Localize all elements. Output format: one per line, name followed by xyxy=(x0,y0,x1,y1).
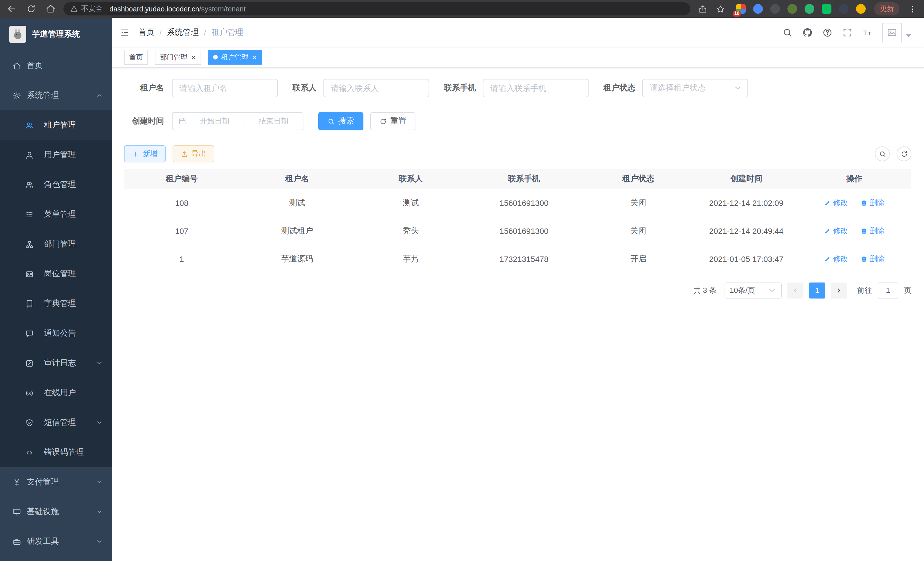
back-icon[interactable] xyxy=(7,4,16,14)
tenant-status-select[interactable]: 请选择租户状态 xyxy=(642,79,748,97)
org-tree-icon xyxy=(25,240,34,248)
mobile-input[interactable] xyxy=(483,79,589,97)
book-icon xyxy=(25,299,34,308)
star-icon[interactable] xyxy=(716,4,725,14)
search-icon[interactable] xyxy=(782,27,793,38)
sidebar-item-menu-management[interactable]: 菜单管理 xyxy=(0,200,112,229)
extension-icon-7[interactable] xyxy=(839,4,849,14)
extension-icon-2[interactable] xyxy=(753,4,763,14)
sidebar-item-post-management[interactable]: 岗位管理 xyxy=(0,259,112,289)
user-avatar[interactable] xyxy=(882,23,914,42)
delete-button[interactable]: 删除 xyxy=(861,198,885,208)
filter-contact: 联系人 xyxy=(292,79,429,97)
people-icon xyxy=(25,180,34,189)
tag-label: 首页 xyxy=(129,52,143,62)
close-icon[interactable] xyxy=(252,55,257,60)
delete-button[interactable]: 删除 xyxy=(861,254,885,264)
sidebar-item-tenant-management[interactable]: 租户管理 xyxy=(0,110,112,140)
sidebar-item-user-management[interactable]: 用户管理 xyxy=(0,140,112,170)
sidebar-item-payment[interactable]: 支付管理 xyxy=(0,467,112,497)
edit-button[interactable]: 修改 xyxy=(824,254,848,264)
user-icon xyxy=(25,151,34,159)
extension-icon-5[interactable] xyxy=(805,4,814,14)
tag-dept-management[interactable]: 部门管理 xyxy=(155,50,201,65)
chevron-down-icon xyxy=(96,360,103,367)
sidebar-item-infrastructure[interactable]: 基础设施 xyxy=(0,497,112,527)
filter-mobile: 联系手机 xyxy=(444,79,589,97)
next-page-button[interactable] xyxy=(831,282,847,298)
refresh-table-button[interactable] xyxy=(897,146,911,161)
extension-icon-6[interactable] xyxy=(822,4,831,14)
edit-button[interactable]: 修改 xyxy=(824,226,848,236)
sidebar-item-home[interactable]: 首页 xyxy=(0,51,112,81)
sidebar-item-online-users[interactable]: 在线用户 xyxy=(0,378,112,408)
cell-created: 2021-01-05 17:03:47 xyxy=(695,245,797,273)
breadcrumb-home[interactable]: 首页 xyxy=(138,27,154,38)
sidebar-item-dept-management[interactable]: 部门管理 xyxy=(0,229,112,259)
extension-icon-4[interactable] xyxy=(788,4,797,14)
cell-mobile: 15601691300 xyxy=(467,217,581,245)
edit-icon xyxy=(824,199,831,206)
share-icon[interactable] xyxy=(698,4,707,14)
breadcrumb-system[interactable]: 系统管理 xyxy=(167,27,199,38)
tag-tenant-management[interactable]: 租户管理 xyxy=(208,50,262,65)
browser-update-button[interactable]: 更新 xyxy=(874,2,899,15)
plus-icon xyxy=(132,150,140,158)
create-time-range-picker[interactable]: 开始日期 - 结束日期 xyxy=(172,112,303,130)
url-path: /system/tenant xyxy=(199,5,246,13)
extension-icon-1[interactable]: 10 xyxy=(736,4,746,14)
home-icon xyxy=(13,62,21,70)
help-icon[interactable] xyxy=(822,27,832,38)
page-button-1[interactable]: 1 xyxy=(809,282,825,298)
page-size-select[interactable]: 10条/页 xyxy=(724,282,782,298)
log-icon xyxy=(25,359,34,367)
sidebar-item-dict-management[interactable]: 字典管理 xyxy=(0,289,112,319)
breadcrumb-separator: / xyxy=(204,28,206,37)
reset-button[interactable]: 重置 xyxy=(370,112,416,130)
prev-page-button[interactable] xyxy=(788,282,803,298)
more-menu-icon[interactable] xyxy=(908,4,917,14)
pagination-total: 共 3 条 xyxy=(693,285,717,295)
fullscreen-icon[interactable] xyxy=(842,27,853,38)
export-button[interactable]: 导出 xyxy=(172,145,214,162)
search-button[interactable]: 搜索 xyxy=(318,112,363,130)
sidebar-item-dev-tools[interactable]: 研发工具 xyxy=(0,527,112,556)
toggle-search-button[interactable] xyxy=(875,146,890,161)
main-area: 首页 / 系统管理 / 租户管理 xyxy=(112,18,924,561)
navbar-actions xyxy=(782,23,914,42)
extension-icon-8[interactable] xyxy=(856,4,866,14)
reload-icon[interactable] xyxy=(26,4,36,14)
delete-button[interactable]: 删除 xyxy=(861,226,885,236)
col-actions: 操作 xyxy=(797,169,911,189)
sidebar-item-sms-management[interactable]: 短信管理 xyxy=(0,408,112,438)
cell-status: 关闭 xyxy=(581,217,695,245)
table-row: 107 测试租户 秃头 15601691300 关闭 2021-12-14 20… xyxy=(124,217,911,245)
delete-label: 删除 xyxy=(870,254,885,264)
tenant-name-input[interactable] xyxy=(172,79,278,97)
tenant-name-label: 租户名 xyxy=(124,83,164,93)
app-logo[interactable]: 芋道管理系统 xyxy=(0,18,112,51)
sidebar-item-notice[interactable]: 通知公告 xyxy=(0,319,112,348)
col-created: 创建时间 xyxy=(695,169,797,189)
font-size-icon[interactable] xyxy=(862,27,873,38)
search-icon xyxy=(879,150,886,158)
goto-page-input[interactable] xyxy=(878,282,898,298)
sidebar-item-role-management[interactable]: 角色管理 xyxy=(0,170,112,200)
col-mobile: 联系手机 xyxy=(467,169,581,189)
sidebar-item-audit-log[interactable]: 审计日志 xyxy=(0,348,112,378)
sidebar-fold-icon[interactable] xyxy=(120,28,129,37)
pagination: 共 3 条 10条/页 1 前往 页 xyxy=(124,282,911,298)
edit-button[interactable]: 修改 xyxy=(824,198,848,208)
add-button[interactable]: 新增 xyxy=(124,145,166,162)
tag-home[interactable]: 首页 xyxy=(124,50,148,65)
github-icon[interactable] xyxy=(802,27,813,38)
sidebar-item-error-code[interactable]: 错误码管理 xyxy=(0,438,112,467)
extension-icon-3[interactable] xyxy=(770,4,780,14)
sidebar-item-system-management[interactable]: 系统管理 xyxy=(0,81,112,110)
close-icon[interactable] xyxy=(191,55,196,60)
contact-input[interactable] xyxy=(323,79,429,97)
cell-contact: 测试 xyxy=(355,189,467,217)
home-icon[interactable] xyxy=(46,4,56,14)
address-bar[interactable]: 不安全 dashboard.yudao.iocoder.cn/system/te… xyxy=(63,2,690,15)
top-navbar: 首页 / 系统管理 / 租户管理 xyxy=(112,18,924,47)
